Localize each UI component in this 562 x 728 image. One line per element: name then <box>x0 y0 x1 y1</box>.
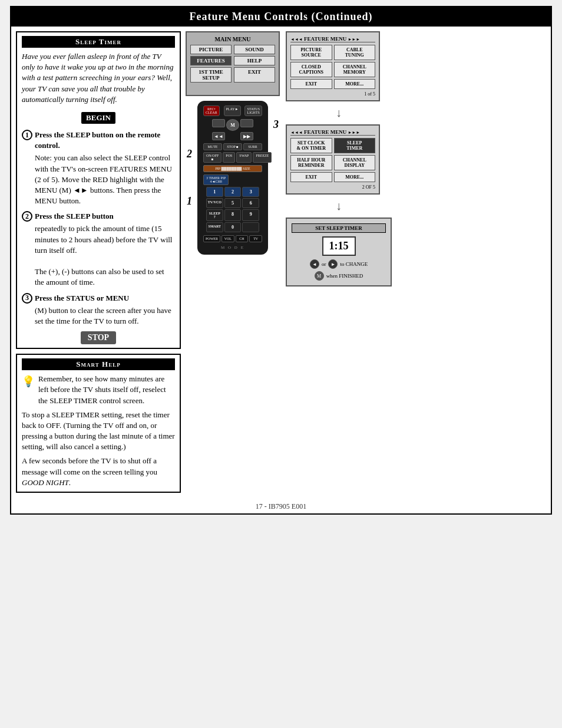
timer-btn[interactable]: 3 TIMER PIP4◄CH8 <box>203 174 229 185</box>
menus-and-remote: MAIN MENU PICTURE SOUND FEATURES HELP 1S… <box>186 31 546 286</box>
smart-help-row-1: 💡 Remember, to see how many minutes are … <box>22 374 175 406</box>
sleep-timer-btn[interactable]: SLEEPTIMER <box>334 138 376 153</box>
power-btn[interactable]: POWER <box>203 235 220 242</box>
features-btn[interactable]: FEATURES <box>190 56 232 65</box>
sound-btn[interactable]: SOUND <box>234 45 275 54</box>
exit-btn-2[interactable]: EXIT <box>290 172 332 182</box>
vol-up-btn[interactable] <box>240 119 253 127</box>
half-hour-btn[interactable]: HALF HOURREMINDER <box>290 155 332 170</box>
smart-btn[interactable]: SMART <box>206 222 223 232</box>
btn-5[interactable]: 5 <box>224 198 242 208</box>
feature-menu-1: ◄◄◄ FEATURE MENU ►►► PICTURESOURCE CABLE… <box>286 31 380 101</box>
page-indicator-2: 2 OF 5 <box>290 185 375 190</box>
main-menu-row-1: PICTURE SOUND <box>190 45 275 54</box>
step-1-badge: 1 <box>187 195 192 207</box>
step-1-circle: 1 <box>22 130 32 140</box>
remote-vol-row: ON/OFF ■ POS SWAP FREEZE <box>203 152 262 163</box>
status-btn[interactable]: STATUSLIGHTS <box>244 106 262 116</box>
play-btn[interactable]: PLAY► <box>224 106 241 116</box>
step-3-badge: 3 <box>273 118 279 131</box>
sleep-btn[interactable]: SLEEP7 <box>206 209 223 221</box>
cable-tuning-btn[interactable]: CABLETUNING <box>334 45 376 60</box>
picture-source-btn[interactable]: PICTURESOURCE <box>290 45 332 60</box>
set-clock-btn[interactable]: SET CLOCK& ON TIMER <box>290 138 332 153</box>
arrow-down-1: ↓ <box>286 106 392 120</box>
ch-btn[interactable]: CH <box>236 235 249 242</box>
smart-help-text-2: To stop a SLEEP TIMER setting, reset the… <box>22 410 175 453</box>
menu-center-btn[interactable]: M <box>226 119 239 131</box>
btn-9[interactable]: 9 <box>242 209 259 221</box>
nav-cross: M ◄◄ ▶▶ <box>212 119 253 140</box>
step-1-header: Press the SLEEP button on the remote con… <box>35 130 175 151</box>
sleep-timer-controls: ◄ or ► to CHANGE <box>292 259 386 269</box>
freeze-btn[interactable]: FREEZE <box>253 152 272 163</box>
right-side-menus: ◄◄◄ FEATURE MENU ►►► PICTURESOURCE CABLE… <box>286 31 392 286</box>
step-1-body: Note: you can also select the SLEEP cont… <box>35 153 175 206</box>
remote-bottom-row: POWER VOL CH TV <box>203 235 262 242</box>
closed-captions-btn[interactable]: CLOSEDCAPTIONS <box>290 62 332 77</box>
pip-bar[interactable]: PIP ▓▓▓▓▓▓▓▓ SIZE <box>203 165 262 172</box>
footer-text: 17 - IB7905 E001 <box>256 502 306 510</box>
left-column: Sleep Timer Have you ever fallen asleep … <box>16 31 181 493</box>
vol-btn[interactable]: VOL <box>222 235 234 242</box>
btn-8[interactable]: 8 <box>224 209 242 221</box>
main-menu-screen: MAIN MENU PICTURE SOUND FEATURES HELP 1S… <box>186 31 280 96</box>
smart-help-text-3: A few seconds before the TV is to shut o… <box>22 456 175 488</box>
remote-numpad: 1 2 3 TV/VCO 5 6 SLEEP7 8 9 SMART 0 <box>206 187 259 232</box>
picture-btn[interactable]: PICTURE <box>190 45 232 54</box>
vol-down-btn[interactable]: ▶▶ <box>240 132 253 140</box>
begin-badge: BEGIN <box>81 112 115 124</box>
finished-row: M when FINISHED <box>292 271 386 281</box>
sleep-timer-result: SET SLEEP TIMER 1:15 ◄ or ► to CHANGE M <box>286 218 392 286</box>
mode-label: M O D E <box>221 245 244 250</box>
smart-help-section: Smart Help 💡 Remember, to see how many m… <box>16 354 181 493</box>
step-2: 2 Press the SLEEP button repeatedly to p… <box>22 211 175 288</box>
remote-control: 3 2 1 REC•CLEAR PLAY► STATUSLIGHTS <box>197 101 268 255</box>
right-column: MAIN MENU PICTURE SOUND FEATURES HELP 1S… <box>186 31 546 493</box>
btn-1[interactable]: 1 <box>206 187 223 197</box>
right-arrow-btn[interactable]: ► <box>328 259 338 269</box>
bulb-icon: 💡 <box>22 375 35 388</box>
more-btn-1[interactable]: MORE... <box>334 79 376 89</box>
page-title: Feature Menu Controls (Continued) <box>11 7 551 27</box>
setup-btn[interactable]: 1ST TIME SETUP <box>190 67 232 83</box>
exit-btn-1[interactable]: EXIT <box>290 79 332 89</box>
help-btn[interactable]: HELP <box>234 56 275 65</box>
step-3: 3 Press the STATUS or MENU (M) button to… <box>22 293 175 327</box>
rec-clear-btn[interactable]: REC•CLEAR <box>203 106 220 116</box>
channel-memory-btn[interactable]: CHANNELMEMORY <box>334 62 376 77</box>
channel-display-btn[interactable]: CHANNELDISPLAY <box>334 155 376 170</box>
feature-menu-2-label: ◄◄◄ FEATURE MENU ►►► <box>290 129 375 136</box>
step-2-circle: 2 <box>22 211 32 222</box>
btn-0[interactable]: 0 <box>224 222 242 232</box>
main-menu-row-3: 1ST TIME SETUP EXIT <box>190 67 275 83</box>
page-title-text: Feature Menu Controls (Continued) <box>190 11 373 22</box>
btn-2[interactable]: 2 <box>224 187 242 197</box>
step-2-header: Press the SLEEP button <box>35 211 114 222</box>
pos-btn[interactable]: POS <box>223 152 235 163</box>
left-arrow-btn[interactable]: ◄ <box>310 259 319 269</box>
tv-btn[interactable]: TV <box>249 235 262 242</box>
step-2-body: repeatedly to pick the amount of time (1… <box>35 223 175 288</box>
remote-wrapper: MAIN MENU PICTURE SOUND FEATURES HELP 1S… <box>186 31 280 255</box>
sleep-timer-section: Sleep Timer Have you ever fallen asleep … <box>16 31 181 349</box>
more-btn-2[interactable]: MORE... <box>334 172 376 182</box>
btn-3[interactable]: 3 <box>242 187 259 197</box>
stop-btn[interactable]: STOP ■ <box>223 143 242 150</box>
feature-menu-2-grid: SET CLOCK& ON TIMER SLEEPTIMER HALF HOUR… <box>290 138 375 182</box>
btn-6[interactable]: 6 <box>242 198 259 208</box>
surr-btn[interactable]: SURR <box>243 143 262 150</box>
swap-btn[interactable]: SWAP <box>236 152 252 163</box>
ch-down-btn[interactable]: ◄◄ <box>212 132 225 140</box>
feature-menu-2: ◄◄◄ FEATURE MENU ►►► SET CLOCK& ON TIMER… <box>286 124 380 195</box>
exit-btn[interactable]: EXIT <box>234 67 275 83</box>
mute-btn[interactable]: MUTE <box>203 143 222 150</box>
blank-btn[interactable] <box>242 222 259 232</box>
m-btn[interactable]: M <box>315 271 324 281</box>
tv-vco-btn[interactable]: TV/VCO <box>206 198 223 208</box>
sleep-timer-intro: Have you ever fallen asleep in front of … <box>22 51 175 105</box>
remote-vol-ch-row: 3 TIMER PIP4◄CH8 <box>203 174 262 185</box>
on-off-btn[interactable]: ON/OFF ■ <box>203 152 222 163</box>
change-label: to CHANGE <box>340 261 368 267</box>
ch-up-btn[interactable] <box>212 119 225 127</box>
